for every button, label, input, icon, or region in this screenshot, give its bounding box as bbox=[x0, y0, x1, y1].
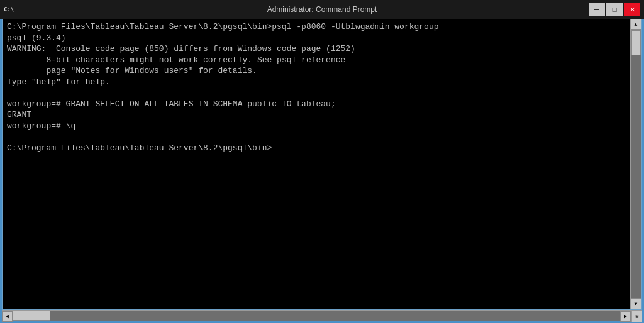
window-controls: ─ □ ✕ bbox=[589, 3, 640, 16]
vertical-scrollbar[interactable]: ▲ ▼ bbox=[630, 19, 641, 309]
window-body: C:\Program Files\Tableau\Tableau Server\… bbox=[2, 19, 642, 310]
bottom-scrollbar-bar: ◀ ▶ ⊞ bbox=[2, 310, 642, 321]
scroll-h-track bbox=[50, 311, 620, 321]
scroll-track bbox=[631, 55, 641, 298]
maximize-button[interactable]: □ bbox=[606, 3, 623, 16]
scroll-left-arrow[interactable]: ◀ bbox=[2, 311, 13, 322]
window-title: Administrator: Command Prompt bbox=[267, 5, 377, 14]
horizontal-scrollbar[interactable]: ◀ ▶ bbox=[2, 311, 631, 321]
scroll-up-arrow[interactable]: ▲ bbox=[631, 19, 641, 30]
cmd-icon: C:\ bbox=[4, 4, 14, 14]
title-bar-left: C:\ bbox=[4, 4, 14, 14]
terminal-content: C:\Program Files\Tableau\Tableau Server\… bbox=[7, 21, 626, 154]
scroll-down-arrow[interactable]: ▼ bbox=[631, 298, 641, 309]
close-button[interactable]: ✕ bbox=[624, 3, 640, 16]
scroll-h-thumb[interactable] bbox=[13, 312, 50, 321]
cmd-icon-text: C:\ bbox=[4, 6, 14, 13]
minimize-button[interactable]: ─ bbox=[589, 3, 605, 16]
title-bar: C:\ Administrator: Command Prompt ─ □ ✕ bbox=[0, 0, 644, 19]
scroll-right-arrow[interactable]: ▶ bbox=[620, 311, 631, 322]
terminal[interactable]: C:\Program Files\Tableau\Tableau Server\… bbox=[3, 19, 630, 309]
scrollbar-corner: ⊞ bbox=[631, 311, 642, 322]
scroll-thumb[interactable] bbox=[631, 30, 641, 55]
window-frame: C:\Program Files\Tableau\Tableau Server\… bbox=[0, 19, 644, 323]
